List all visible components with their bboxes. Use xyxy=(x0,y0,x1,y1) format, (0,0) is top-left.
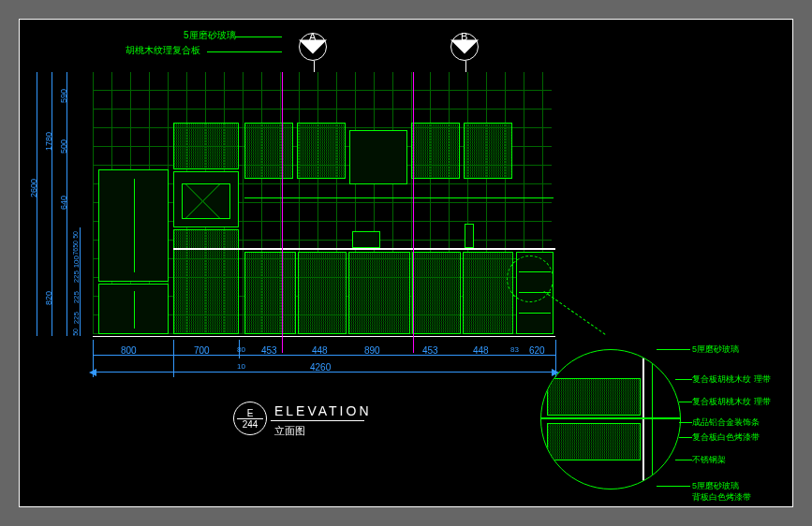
section-stem-a xyxy=(314,61,315,72)
elevation-marker: E 244 xyxy=(233,402,267,435)
upper-cabinet-1 xyxy=(173,123,239,169)
countertop xyxy=(173,248,555,250)
dim-lower-span: 820 xyxy=(44,291,53,305)
floor-line xyxy=(93,336,555,337)
section-line xyxy=(413,72,414,353)
dim-overall-h: 2600 xyxy=(29,179,38,197)
dim-upper-span: 1780 xyxy=(44,132,53,151)
note-frosted-glass-top: 5厘磨砂玻璃 xyxy=(184,29,236,42)
detail-label-2: 复合板胡桃木纹 理带 xyxy=(692,373,771,386)
section-letter-a: A xyxy=(309,31,316,42)
dim-arrow xyxy=(89,369,96,376)
dim-w-tall: 700 xyxy=(194,345,210,356)
dim-overall-w: 4260 xyxy=(310,362,331,373)
dim-line-v xyxy=(37,72,37,336)
dim-c5: 448 xyxy=(473,345,489,356)
detail-label-4: 成品铝合金装饰条 xyxy=(692,416,760,429)
dim-v-mid1: 640 xyxy=(59,196,68,210)
section-line xyxy=(282,72,283,353)
section-letter-b: B xyxy=(461,31,467,42)
note-walnut-panel: 胡桃木纹理复合板 xyxy=(125,44,200,57)
dim-7650: 7650 xyxy=(72,241,79,256)
detail-label-5: 复合板白色烤漆带 xyxy=(692,431,760,444)
dim-225c: 225 xyxy=(72,312,81,324)
fridge-handle2 xyxy=(134,291,135,329)
upper-cabinet-2 xyxy=(244,123,293,179)
title-en: ELEVATION xyxy=(274,403,372,418)
base-cabinet-5 xyxy=(463,252,513,334)
leader-line xyxy=(207,51,282,52)
upper-cabinet-3 xyxy=(297,123,346,179)
detail-label-6: 不锈钢架 xyxy=(692,454,726,466)
title-cn: 立面图 xyxy=(274,424,305,438)
dim-50b: 50 xyxy=(72,329,79,336)
leader-line xyxy=(235,37,282,37)
cookpot xyxy=(352,231,380,248)
bottle xyxy=(465,224,474,248)
oven-unit xyxy=(173,171,239,227)
dim-c1: 453 xyxy=(261,345,277,356)
base-cabinet-2 xyxy=(298,252,347,334)
upper-cabinet-4 xyxy=(411,123,460,179)
upper-cabinet-5 xyxy=(464,123,512,179)
base-cabinet-3 xyxy=(348,252,410,334)
dim-c2: 448 xyxy=(312,345,328,356)
detail-label-8: 背板白色烤漆带 xyxy=(692,491,751,504)
fridge-handle xyxy=(134,179,135,272)
dim-225b: 225 xyxy=(72,291,81,303)
dim-row2-10: 10 xyxy=(237,362,245,371)
base-cabinet-4 xyxy=(412,252,461,334)
detail-label-3: 复合板胡桃木纹 理带 xyxy=(692,396,771,408)
detail-label-1: 5厘磨砂玻璃 xyxy=(692,343,739,356)
utensil-rail xyxy=(244,197,554,198)
ele-letter: E xyxy=(247,408,254,418)
base-cabinet-1 xyxy=(244,252,296,334)
title-underline xyxy=(271,420,364,421)
dim-c4: 453 xyxy=(422,345,438,356)
dim-50a: 50 xyxy=(72,231,79,239)
detail-view-circle xyxy=(540,349,681,489)
section-stem-b xyxy=(465,61,466,72)
cad-canvas: 5厘磨砂玻璃 胡桃木纹理复合板 A B xyxy=(19,19,793,507)
dim-w-fridge: 800 xyxy=(121,345,137,356)
dim-v-upper: 500 xyxy=(59,139,68,153)
oven-glass xyxy=(182,183,230,219)
dim-v-top: 590 xyxy=(59,89,68,103)
dim-c3: 890 xyxy=(364,345,380,356)
drawing-area: 5厘磨砂玻璃 胡桃木纹理复合板 A B xyxy=(20,20,792,506)
range-hood xyxy=(349,130,407,184)
ele-sheet: 244 xyxy=(243,419,258,430)
dim-225a: 225 xyxy=(72,270,81,283)
dim-100: 100 xyxy=(72,256,81,268)
tall-lower-panel xyxy=(173,229,239,334)
